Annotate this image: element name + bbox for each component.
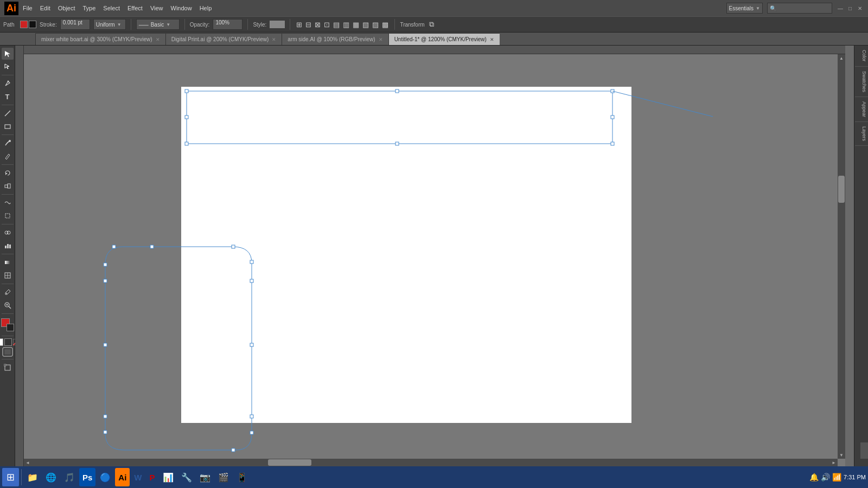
taskbar-app7[interactable]: 📱 bbox=[233, 468, 251, 486]
tray-network[interactable]: 🔔 bbox=[809, 473, 819, 481]
stroke-type-dropdown[interactable]: Uniform ▼ bbox=[93, 19, 126, 30]
align-icon-8[interactable]: ▧ bbox=[361, 20, 370, 30]
path-label: Path bbox=[3, 22, 17, 28]
paintbrush-tool[interactable] bbox=[2, 137, 14, 149]
taskbar-app3[interactable]: 📊 bbox=[159, 468, 177, 486]
menu-edit[interactable]: Edit bbox=[40, 5, 50, 11]
taskbar-itunes[interactable]: 🎵 bbox=[61, 468, 78, 486]
align-icon-5[interactable]: ▤ bbox=[332, 20, 341, 30]
background-swatch[interactable] bbox=[7, 324, 14, 331]
align-icon-7[interactable]: ▦ bbox=[352, 20, 360, 30]
tray-volume[interactable]: 🔊 bbox=[821, 473, 830, 481]
taskbar-ps[interactable]: Ps bbox=[79, 468, 95, 486]
mesh-tool[interactable] bbox=[2, 269, 14, 281]
rect-tool[interactable] bbox=[2, 120, 14, 132]
svg-point-17 bbox=[6, 293, 7, 294]
tab-mixer[interactable]: mixer white boart.ai @ 300% (CMYK/Previe… bbox=[35, 33, 165, 45]
gradient-tool[interactable] bbox=[2, 256, 14, 268]
eyedropper-tool[interactable] bbox=[2, 286, 14, 298]
graph-tool[interactable] bbox=[2, 240, 14, 252]
scroll-left-button[interactable]: ◄ bbox=[24, 459, 31, 466]
align-icon-3[interactable]: ⊠ bbox=[314, 20, 322, 30]
shape-builder-tool[interactable] bbox=[2, 227, 14, 239]
artboard-tool[interactable] bbox=[2, 362, 14, 374]
style-swatch[interactable] bbox=[270, 21, 285, 28]
close-tab-arm[interactable]: ✕ bbox=[379, 37, 383, 42]
menu-effect[interactable]: Effect bbox=[127, 5, 143, 11]
panel-collapse[interactable] bbox=[860, 442, 868, 459]
taskbar-explorer[interactable]: 📁 bbox=[24, 468, 41, 486]
menu-window[interactable]: Window bbox=[171, 5, 192, 11]
opacity-input[interactable]: 100% bbox=[213, 19, 242, 30]
scrollbar-vertical[interactable]: ▲ ▼ bbox=[838, 54, 845, 459]
close-tab-untitled[interactable]: ✕ bbox=[490, 37, 494, 42]
svg-rect-51 bbox=[104, 263, 107, 266]
menu-file[interactable]: File bbox=[23, 5, 33, 11]
close-button[interactable]: ✕ bbox=[856, 4, 864, 12]
layers-panel-tab[interactable]: Layers bbox=[855, 122, 868, 146]
menu-view[interactable]: View bbox=[150, 5, 163, 11]
menu-object[interactable]: Object bbox=[58, 5, 75, 11]
taskbar-ie[interactable]: 🌐 bbox=[42, 468, 60, 486]
svg-rect-25 bbox=[4, 349, 11, 355]
stroke-swatch[interactable] bbox=[29, 21, 36, 28]
taskbar-app5[interactable]: 📷 bbox=[196, 468, 214, 486]
pen-tool[interactable] bbox=[2, 78, 14, 89]
brush-dropdown[interactable]: — Basic ▼ bbox=[136, 19, 180, 30]
align-icon-9[interactable]: ▨ bbox=[371, 20, 380, 30]
pencil-tool[interactable] bbox=[2, 150, 14, 162]
fill-square[interactable] bbox=[0, 338, 3, 346]
taskbar-app6[interactable]: 🎬 bbox=[215, 468, 232, 486]
tab-arm[interactable]: arm side.AI @ 100% (RGB/Preview) ✕ bbox=[282, 33, 388, 45]
taskbar-chrome[interactable]: 🔵 bbox=[97, 468, 114, 486]
maximize-button[interactable]: □ bbox=[846, 4, 854, 12]
direct-select-tool[interactable] bbox=[2, 61, 14, 73]
stroke-value-input[interactable]: 0.001 pt bbox=[60, 19, 90, 30]
menu-select[interactable]: Select bbox=[103, 5, 120, 11]
warp-tool[interactable] bbox=[2, 197, 14, 209]
align-icon-1[interactable]: ⊞ bbox=[295, 20, 303, 30]
essentials-dropdown[interactable]: Essentials ▼ bbox=[726, 3, 763, 14]
close-tab-digital[interactable]: ✕ bbox=[272, 37, 276, 42]
scroll-down-button[interactable]: ▼ bbox=[838, 451, 845, 459]
tab-digital[interactable]: Digital Print.ai @ 200% (CMYK/Preview) ✕ bbox=[165, 33, 282, 45]
fill-swatch[interactable] bbox=[20, 21, 28, 28]
tab-untitled[interactable]: Untitled-1* @ 1200% (CMYK/Preview) ✕ bbox=[388, 33, 500, 45]
color-panel-tab[interactable]: Color bbox=[855, 46, 868, 67]
transform-icon[interactable]: ⧉ bbox=[428, 19, 435, 30]
draw-mode[interactable] bbox=[2, 347, 13, 357]
rotate-tool[interactable] bbox=[2, 167, 14, 179]
search-input[interactable]: 🔍 bbox=[767, 3, 832, 14]
line-tool[interactable] bbox=[2, 107, 14, 119]
taskbar-app4[interactable]: 🔧 bbox=[178, 468, 195, 486]
sep-tool10 bbox=[2, 336, 14, 336]
align-icon-4[interactable]: ⊡ bbox=[323, 20, 331, 30]
appearance-panel-tab[interactable]: Appear bbox=[855, 97, 868, 122]
tray-battery[interactable]: 📶 bbox=[832, 473, 841, 481]
scroll-thumb-vertical[interactable] bbox=[838, 176, 845, 203]
scrollbar-horizontal[interactable]: ◄ ► bbox=[24, 459, 838, 466]
taskbar-app2[interactable]: P bbox=[146, 468, 158, 486]
taskbar-word[interactable]: W bbox=[131, 468, 145, 486]
stroke-square[interactable] bbox=[4, 338, 12, 346]
swatches-panel-tab[interactable]: Swatches bbox=[855, 67, 868, 97]
scale-tool[interactable] bbox=[2, 180, 14, 192]
type-tool[interactable]: T bbox=[2, 91, 14, 102]
system-clock[interactable]: 7:31 PM bbox=[844, 474, 866, 480]
start-button[interactable]: ⊞ bbox=[2, 468, 19, 486]
menu-help[interactable]: Help bbox=[200, 5, 212, 11]
scroll-thumb-horizontal[interactable] bbox=[268, 459, 311, 466]
align-icon-10[interactable]: ▩ bbox=[381, 20, 390, 30]
taskbar-ai[interactable]: Ai bbox=[115, 468, 130, 486]
zoom-tool[interactable] bbox=[2, 299, 14, 311]
selection-tool[interactable] bbox=[2, 48, 14, 60]
minimize-button[interactable]: — bbox=[837, 4, 844, 12]
align-icon-6[interactable]: ▥ bbox=[342, 20, 350, 30]
scroll-up-button[interactable]: ▲ bbox=[838, 54, 845, 62]
canvas-area[interactable]: ▲ ▼ ◄ ► bbox=[15, 46, 854, 475]
align-icon-2[interactable]: ⊟ bbox=[304, 20, 312, 30]
menu-type[interactable]: Type bbox=[83, 5, 96, 11]
close-tab-mixer[interactable]: ✕ bbox=[156, 37, 160, 42]
scroll-right-button[interactable]: ► bbox=[830, 459, 838, 466]
free-transform-tool[interactable] bbox=[2, 210, 14, 222]
